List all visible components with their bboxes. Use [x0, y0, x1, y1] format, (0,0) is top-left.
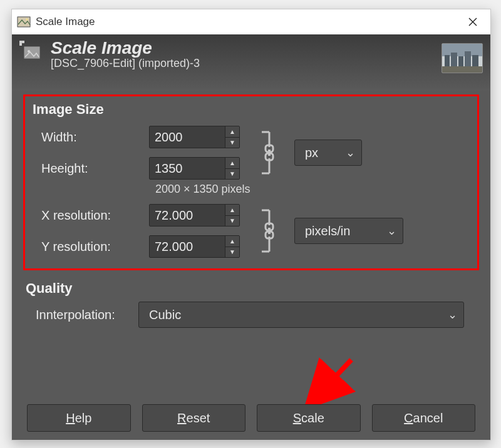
chevron-down-icon: ⌄: [387, 224, 396, 238]
interpolation-value: Cubic: [149, 308, 439, 322]
app-icon: [17, 15, 31, 29]
image-size-title: Image Size: [33, 101, 472, 118]
window-title: Scale Image: [36, 16, 458, 28]
yres-spinbox: ▲ ▼: [149, 235, 240, 258]
svg-rect-21: [268, 228, 271, 234]
content-area: Image Size Width: ▲ ▼: [12, 86, 490, 396]
xres-increment[interactable]: ▲: [225, 205, 239, 215]
help-button[interactable]: Help: [27, 404, 131, 432]
width-label: Width:: [30, 130, 145, 145]
chevron-down-icon: ⌄: [346, 146, 355, 160]
yres-label: Y resolution:: [30, 240, 145, 254]
scale-button[interactable]: Scale: [257, 404, 361, 432]
size-unit-dropdown[interactable]: px ⌄: [294, 140, 362, 166]
height-decrement[interactable]: ▼: [225, 168, 239, 180]
res-unit-value: pixels/in: [305, 224, 378, 238]
interpolation-label: Innterpolation:: [36, 308, 138, 322]
svg-rect-6: [24, 47, 39, 58]
resolution-grid: X resolution: ▲ ▼: [30, 201, 472, 261]
client-area: Scale Image [DSC_7906-Edit] (imported)-3…: [12, 34, 490, 440]
close-icon: [468, 18, 477, 26]
width-input[interactable]: [150, 126, 225, 148]
height-input[interactable]: [150, 158, 225, 179]
svg-rect-14: [472, 55, 478, 68]
width-increment[interactable]: ▲: [225, 126, 239, 137]
svg-rect-12: [458, 56, 463, 68]
scale-image-icon: [18, 39, 43, 64]
quality-title: Quality: [26, 280, 479, 297]
svg-rect-15: [442, 66, 482, 73]
yres-decrement[interactable]: ▼: [225, 247, 239, 258]
xres-label: X resolution:: [30, 208, 145, 223]
size-unit-value: px: [305, 146, 337, 160]
dimensions-chain-icon[interactable]: [259, 128, 284, 177]
scale-image-dialog: Scale Image Scale Image [DSC_7906-Edit] …: [11, 9, 491, 440]
image-thumbnail: [442, 43, 483, 73]
xres-input[interactable]: [150, 205, 225, 226]
svg-rect-18: [268, 150, 271, 156]
close-button[interactable]: [458, 10, 488, 34]
dimensions-summary: 2000 × 1350 pixels: [155, 183, 472, 196]
yres-input[interactable]: [150, 236, 225, 257]
dialog-header: Scale Image [DSC_7906-Edit] (imported)-3: [12, 34, 490, 91]
yres-increment[interactable]: ▲: [225, 236, 239, 247]
dialog-heading: Scale Image: [51, 39, 483, 57]
image-size-section: Image Size Width: ▲ ▼: [23, 94, 479, 270]
width-decrement[interactable]: ▼: [225, 137, 239, 148]
dialog-subtitle: [DSC_7906-Edit] (imported)-3: [51, 57, 483, 70]
svg-rect-13: [465, 51, 471, 68]
svg-rect-11: [451, 53, 457, 68]
quality-section: Quality Innterpolation: Cubic ⌄: [23, 280, 479, 328]
svg-rect-10: [445, 55, 450, 68]
button-bar: Help Reset Scale Cancel: [12, 396, 490, 440]
xres-spinbox: ▲ ▼: [149, 204, 240, 227]
xres-decrement[interactable]: ▼: [225, 215, 239, 227]
width-spinbox: ▲ ▼: [149, 126, 240, 148]
height-label: Heeight:: [30, 161, 145, 176]
reset-button[interactable]: Reset: [142, 404, 246, 432]
svg-rect-9: [442, 44, 482, 56]
res-unit-dropdown[interactable]: pixels/in ⌄: [294, 218, 403, 244]
svg-point-2: [26, 18, 28, 20]
resolution-chain-icon[interactable]: [259, 206, 284, 255]
chevron-down-icon: ⌄: [448, 308, 457, 322]
dimensions-grid: Width: ▲ ▼: [30, 123, 472, 183]
titlebar: Scale Image: [12, 9, 490, 35]
cancel-button[interactable]: Cancel: [372, 404, 476, 432]
height-increment[interactable]: ▲: [225, 158, 239, 168]
height-spinbox: ▲ ▼: [149, 157, 240, 180]
interpolation-dropdown[interactable]: Cubic ⌄: [138, 302, 464, 328]
